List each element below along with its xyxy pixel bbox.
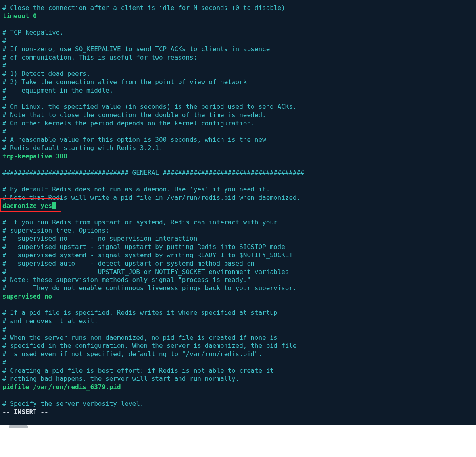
code-line: # UPSTART_JOB or NOTIFY_SOCKET environme… [2,268,474,276]
code-line: # [2,326,474,334]
terminal-editor[interactable]: # Close the connection after a client is… [0,0,476,416]
code-line: # nothing bad happens, the server will s… [2,375,474,383]
code-line: # [2,37,474,45]
code-line [2,21,474,29]
code-line [2,210,474,218]
code-line: # They do not enable continuous liveness… [2,284,474,293]
code-line: # 2) Take the connection alive from the … [2,78,474,87]
code-line: # If a pid file is specified, Redis writ… [2,309,474,317]
code-line: # Creating a pid file is best effort: if… [2,367,474,375]
code-line: # is used even if not specified, default… [2,350,474,359]
code-line: tcp-keepalive 300 [2,152,474,161]
code-line: # If you run Redis from upstart or syste… [2,218,474,227]
code-line: # Specify the server verbosity level. [2,400,474,408]
code-line: # supervised upstart - signal upstart by… [2,243,474,251]
code-line: # supervised systemd - signal systemd by… [2,251,474,260]
code-line: # Note that to close the connection the … [2,111,474,120]
code-line: daemonize yes [2,202,474,210]
code-line: # On other kernels the period depends on… [2,120,474,128]
code-line [2,391,474,400]
code-line: ################################# GENERA… [2,169,474,177]
code-line: # By default Redis does not run as a dae… [2,185,474,194]
footer-tab-stub [9,425,28,428]
code-line: # If non-zero, use SO_KEEPALIVE to send … [2,45,474,54]
code-line: supervised no [2,293,474,301]
code-line: # A reasonable value for this option is … [2,136,474,144]
code-line: -- INSERT -- [2,408,474,417]
code-line: # supervision tree. Options: [2,227,474,235]
code-line: # TCP keepalive. [2,29,474,37]
code-line [2,161,474,169]
code-line: # supervised auto - detect upstart or sy… [2,260,474,268]
code-line: # Redis default starting with Redis 3.2.… [2,144,474,152]
code-line: # equipment in the middle. [2,87,474,95]
code-line: # of communication. This is useful for t… [2,54,474,62]
code-line: timeout 0 [2,12,474,21]
code-line: # 1) Detect dead peers. [2,70,474,78]
code-line: pidfile /var/run/redis_6379.pid [2,383,474,391]
code-line: # [2,359,474,367]
code-line: # [2,127,474,136]
code-line: # and removes it at exit. [2,317,474,326]
code-line: # Note: these supervision methods only s… [2,276,474,284]
code-line: # specified in the configuration. When t… [2,342,474,350]
code-line: # Close the connection after a client is… [2,4,474,12]
page-footer-whitespace [0,425,476,457]
cursor-icon [52,202,56,209]
code-line: # Note that Redis will write a pid file … [2,194,474,202]
code-line [2,177,474,185]
code-line: # [2,62,474,70]
code-line: # supervised no - no supervision interac… [2,235,474,243]
code-line: # When the server runs non daemonized, n… [2,334,474,342]
code-line: # On Linux, the specified value (in seco… [2,103,474,111]
code-line: # [2,94,474,103]
code-line [2,301,474,309]
